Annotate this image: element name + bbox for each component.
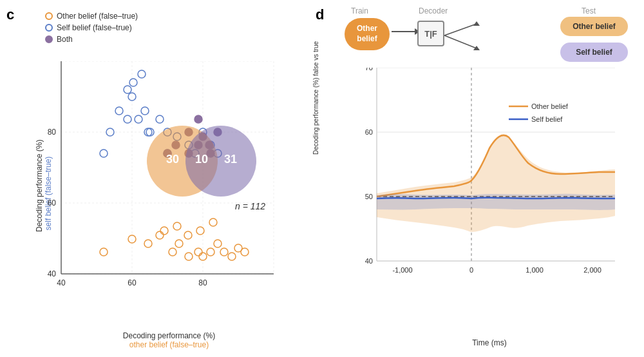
svg-marker-76 xyxy=(473,21,480,26)
svg-point-38 xyxy=(100,150,108,157)
svg-point-24 xyxy=(185,253,193,260)
svg-point-35 xyxy=(184,231,192,239)
svg-point-40 xyxy=(115,107,123,115)
decoder-label: Decoder xyxy=(419,6,448,15)
legend-c: Other belief (false–true) Self belief (f… xyxy=(45,12,138,46)
diagram-area: Train Decoder Test Otherbelief T|F xyxy=(341,6,631,64)
svg-text:31: 31 xyxy=(224,153,237,166)
svg-text:Other belief: Other belief xyxy=(531,102,569,110)
y-axis-label-d: Decoding performance (%) false vs true xyxy=(312,129,319,155)
svg-point-29 xyxy=(220,248,228,256)
svg-text:40: 40 xyxy=(365,257,373,265)
svg-text:80: 80 xyxy=(48,128,57,137)
svg-text:Self belief: Self belief xyxy=(531,115,563,123)
svg-text:60: 60 xyxy=(48,198,57,207)
panel-d-label: d xyxy=(316,6,324,23)
legend-label-blue: Self belief (false–true) xyxy=(57,23,132,32)
svg-point-43 xyxy=(135,115,142,123)
svg-text:2,000: 2,000 xyxy=(583,266,601,274)
legend-item-both: Both xyxy=(45,35,138,44)
panel-c-label: c xyxy=(6,6,14,23)
svg-point-33 xyxy=(160,227,168,235)
svg-point-25 xyxy=(194,248,202,256)
svg-point-22 xyxy=(169,248,176,256)
svg-text:10: 10 xyxy=(195,153,208,166)
line-chart-d: 40 50 60 70 -1,000 0 1,000 2,000 Other b… xyxy=(345,68,621,300)
svg-point-46 xyxy=(156,115,164,123)
train-box: Otherbelief xyxy=(345,18,390,50)
svg-text:60: 60 xyxy=(365,128,373,136)
svg-point-18 xyxy=(100,248,108,256)
svg-line-77 xyxy=(444,35,477,48)
legend-dot-blue xyxy=(45,24,53,32)
svg-point-62 xyxy=(194,115,202,123)
svg-point-44 xyxy=(141,107,149,115)
train-label: Train xyxy=(351,6,368,15)
svg-text:50: 50 xyxy=(365,193,373,200)
svg-text:0: 0 xyxy=(469,266,473,274)
main-container: c Other belief (false–true) Self belief … xyxy=(0,0,644,357)
legend-label-both: Both xyxy=(57,35,73,44)
svg-point-28 xyxy=(214,240,222,247)
svg-text:-1,000: -1,000 xyxy=(392,266,412,274)
svg-text:70: 70 xyxy=(365,68,373,72)
legend-dot-both xyxy=(45,35,53,43)
svg-point-56 xyxy=(138,70,146,78)
x-axis-label-d: Time (ms) xyxy=(345,338,634,347)
svg-point-34 xyxy=(173,222,181,230)
svg-point-20 xyxy=(144,240,152,247)
svg-point-55 xyxy=(129,79,137,86)
svg-line-75 xyxy=(444,24,477,35)
svg-text:n = 112: n = 112 xyxy=(235,201,265,211)
legend-dot-orange xyxy=(45,12,53,20)
test-label: Test xyxy=(582,6,596,15)
svg-text:1,000: 1,000 xyxy=(526,266,544,274)
svg-point-54 xyxy=(124,86,131,93)
panel-c: c Other belief (false–true) Self belief … xyxy=(0,0,309,357)
legend-item-orange: Other belief (false–true) xyxy=(45,12,138,21)
svg-text:40: 40 xyxy=(57,278,66,287)
arrows-svg xyxy=(441,16,480,58)
test-box-self: Self belief xyxy=(560,43,628,62)
svg-text:60: 60 xyxy=(128,278,137,287)
x-axis-label-c: Decoding performance (%) other belief (f… xyxy=(35,331,303,349)
svg-point-30 xyxy=(228,253,236,260)
svg-point-37 xyxy=(209,218,217,226)
legend-item-blue: Self belief (false–true) xyxy=(45,23,138,32)
scatter-plot-c: 40 60 80 40 60 80 xyxy=(35,61,287,300)
decoder-box: T|F xyxy=(417,21,444,46)
svg-point-23 xyxy=(175,240,183,247)
svg-point-32 xyxy=(241,248,249,256)
svg-point-41 xyxy=(124,115,131,123)
arrow xyxy=(392,31,417,32)
svg-point-27 xyxy=(207,248,214,256)
svg-text:40: 40 xyxy=(48,269,57,278)
svg-point-36 xyxy=(196,227,204,235)
test-box-other: Other belief xyxy=(560,17,628,36)
svg-text:30: 30 xyxy=(166,153,179,166)
legend-label-orange: Other belief (false–true) xyxy=(57,12,138,21)
svg-text:80: 80 xyxy=(198,278,207,287)
panel-d: d Train Decoder Test Otherbelief T|F xyxy=(309,0,644,357)
svg-marker-78 xyxy=(473,46,480,50)
svg-point-21 xyxy=(156,231,164,239)
